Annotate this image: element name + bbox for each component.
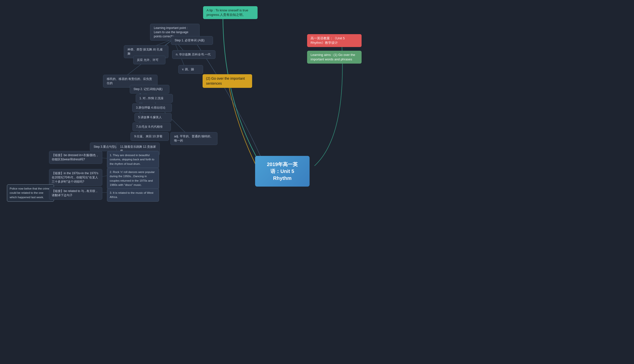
link1-node: 【链接】be dressed in+衣服/颜色，你能区别wear和dress吗?: [49, 151, 102, 164]
central-node[interactable]: 2019年高一英语：Unit 5 Rhythm: [255, 156, 309, 186]
sentence3-node: 3. It is related to the music of West Af…: [107, 188, 159, 202]
link3-node: 【链接】be related to 与...有关联，请翻译下边句子: [49, 187, 102, 200]
step1-node: Step 1. 必背单词 (A级): [171, 36, 213, 45]
fanying-node: 反应 允许、许可: [133, 56, 165, 64]
red-teaching-design-node: 高一英语教案：《Unit 5 Rhythm》教学设计: [307, 34, 362, 47]
learning-aims-node: Learning aims : (1) Go over the importan…: [307, 51, 362, 64]
ci9-node: 9.往返、来回 10.穿着: [131, 132, 169, 141]
adj-node: adj. 平常的、普通的 独特的、唯一的: [170, 132, 217, 145]
link2-node: 【链接】in the 1970s=in the 1970's 在20世纪70年代…: [49, 169, 102, 186]
sentence1-node: 1. They are dressed in beautiful costums…: [107, 151, 159, 168]
ci3-node: 3.屏住呼吸 4.得出结论: [132, 104, 172, 112]
tip-node: A tip : To know oneself is true progress…: [203, 6, 257, 19]
police-node: Police now belive that the crime could b…: [7, 184, 54, 202]
go-over-sentences-node: (2) Go over the important sentences: [203, 74, 252, 88]
step2-node: Step 2. 记忆词组(A级): [130, 85, 169, 94]
ci1-node: 1. 对...怜悯 2.洗澡: [136, 94, 173, 103]
ci7-node: 7.白毛女 8.代代相传: [133, 122, 171, 131]
ci5-node: 5.讲故事 6.朦美人: [134, 113, 172, 122]
vtiao-node: v. 跳、蹦: [178, 65, 203, 74]
huaer-node: n. 华尔兹舞.百科全书.一代: [172, 50, 215, 59]
sentence2-node: 2. Rock 'n' roll dances were popular dur…: [107, 168, 159, 189]
